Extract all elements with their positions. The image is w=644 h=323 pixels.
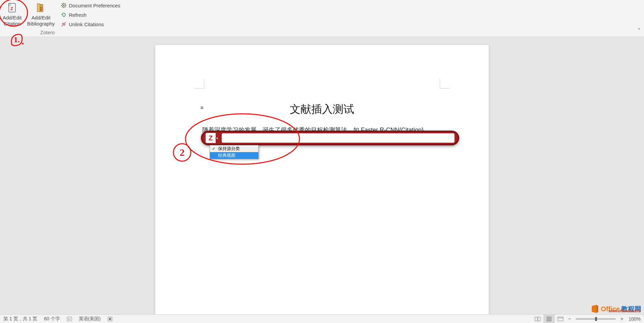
citation-icon: Z — [5, 2, 19, 14]
document-preferences-button[interactable]: Document Preferences — [59, 1, 121, 9]
add-edit-bibliography-label-2: Bibliography — [27, 21, 55, 27]
zoom-slider[interactable] — [576, 318, 616, 320]
view-web-layout-button[interactable] — [555, 315, 566, 323]
ribbon-group-label: Zotero — [40, 30, 55, 35]
zotero-z-icon[interactable]: Z — [206, 133, 216, 143]
refresh-label: Refresh — [69, 12, 87, 18]
zotero-citation-input[interactable] — [222, 133, 454, 143]
annotation-label-2: 2 — [180, 147, 185, 158]
status-page-info[interactable]: 第 1 页，共 1 页 — [0, 315, 41, 323]
zoom-in-button[interactable]: + — [619, 316, 625, 322]
refresh-button[interactable]: Refresh — [59, 11, 121, 19]
zotero-dropdown-icon[interactable]: ▾ — [216, 136, 220, 140]
menu-item-label-1: 经典视图 — [218, 152, 235, 158]
zotero-dropdown-menu: ✓ 保持源分类 经典视图 — [210, 145, 259, 159]
web-layout-icon — [557, 317, 564, 321]
document-page[interactable]: 文献插入测试 随着深度学习的发展，诞生了很多优秀的目标检测算法，如 Faster… — [155, 45, 489, 314]
unlink-citations-button[interactable]: Unlink Citations — [59, 20, 121, 28]
document-area: 文献插入测试 随着深度学习的发展，诞生了很多优秀的目标检测算法，如 Faster… — [0, 37, 644, 314]
unlink-icon — [61, 21, 67, 27]
add-edit-bibliography-label-1: Add/Edit — [32, 15, 51, 20]
svg-line-12 — [65, 7, 66, 7]
unlink-citations-label: Unlink Citations — [69, 21, 104, 27]
read-mode-icon — [535, 317, 541, 321]
status-macro[interactable] — [104, 315, 116, 323]
margin-mark-top-right — [440, 79, 450, 89]
ribbon-collapse-button[interactable]: ˄ — [638, 27, 641, 35]
svg-line-11 — [62, 3, 62, 4]
svg-line-13 — [62, 7, 62, 7]
zotero-ribbon: Z Add/Edit Citation Z Add/Edit Bibliogra… — [0, 0, 644, 37]
view-read-mode-button[interactable] — [532, 315, 543, 323]
add-edit-citation-label-1: Add/Edit — [3, 15, 22, 20]
svg-rect-23 — [535, 317, 537, 321]
status-word-count[interactable]: 60 个字 — [41, 315, 63, 323]
zoom-slider-thumb[interactable] — [595, 317, 597, 321]
view-print-layout-button[interactable] — [543, 315, 555, 323]
menu-item-keep-source-category[interactable]: ✓ 保持源分类 — [210, 145, 258, 152]
status-spellcheck[interactable] — [63, 315, 75, 323]
status-bar: 第 1 页，共 1 页 60 个字 英语(美国) − + 100% — [0, 314, 644, 323]
svg-rect-22 — [109, 318, 111, 320]
add-edit-citation-button[interactable]: Z Add/Edit Citation — [0, 0, 24, 28]
menu-item-classic-view[interactable]: 经典视图 — [210, 152, 258, 159]
svg-rect-2 — [37, 4, 40, 12]
svg-rect-20 — [67, 317, 72, 321]
watermark-url: www.office26.com — [608, 309, 641, 313]
zoom-out-button[interactable]: − — [566, 316, 573, 322]
zotero-citation-bar[interactable]: Z ▾ — [201, 131, 459, 145]
macro-icon — [107, 316, 113, 322]
menu-item-label-0: 保持源分类 — [218, 146, 240, 152]
zoom-percent[interactable]: 100% — [625, 316, 644, 322]
bibliography-icon: Z — [34, 2, 48, 14]
svg-point-6 — [63, 5, 64, 6]
print-layout-icon — [546, 317, 552, 321]
refresh-icon — [61, 12, 67, 18]
gear-icon — [61, 2, 67, 8]
margin-mark-top-left — [194, 79, 204, 89]
svg-text:Z: Z — [10, 6, 13, 11]
document-preferences-label: Document Preferences — [69, 3, 120, 8]
svg-point-17 — [173, 144, 191, 161]
document-title: 文献插入测试 — [155, 102, 489, 117]
check-icon: ✓ — [212, 146, 215, 151]
add-edit-bibliography-button[interactable]: Z Add/Edit Bibliography — [24, 0, 58, 28]
svg-rect-29 — [558, 317, 563, 321]
svg-rect-24 — [538, 317, 540, 321]
spellcheck-icon — [67, 316, 72, 322]
office-logo-icon — [590, 304, 599, 314]
add-edit-citation-label-2: Citation — [4, 21, 21, 27]
svg-text:Z: Z — [40, 7, 42, 11]
status-language[interactable]: 英语(美国) — [75, 315, 104, 323]
svg-line-14 — [65, 3, 66, 4]
